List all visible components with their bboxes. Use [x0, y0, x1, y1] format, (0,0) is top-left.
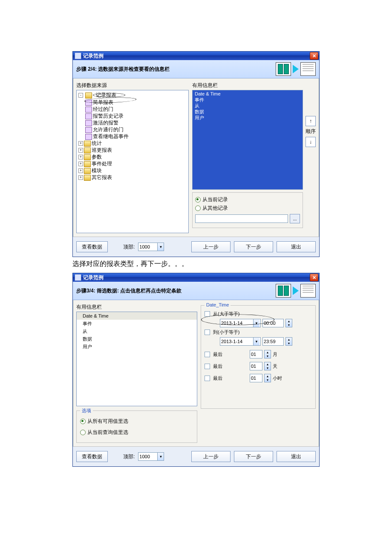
top-count-input[interactable]: ▼ — [138, 243, 164, 251]
chevron-down-icon[interactable]: ▼ — [157, 453, 164, 460]
to-checkbox[interactable] — [205, 330, 210, 335]
to-date-input[interactable]: 2013-1-14▼ — [220, 337, 261, 346]
tree-item[interactable]: 查看继电器事件 — [85, 133, 187, 140]
value-spinner[interactable]: ▲▼ — [264, 374, 271, 382]
last-hour-value[interactable]: 01 — [250, 374, 262, 382]
columns-list[interactable]: Date & Time 事件 从 数据 用户 — [76, 312, 197, 406]
view-data-button[interactable]: 查看数据 — [76, 241, 108, 252]
tree-item[interactable]: 简单报表 — [85, 99, 187, 106]
list-item[interactable]: 事件 — [77, 320, 197, 327]
value-spinner[interactable]: ▲▼ — [264, 362, 271, 370]
tree-toggle-icon[interactable]: + — [78, 148, 83, 153]
radio-current-query[interactable]: 从当前查询值里选 — [80, 428, 193, 436]
value-spinner[interactable]: ▲▼ — [264, 350, 271, 358]
list-item[interactable]: 用户 — [77, 343, 197, 350]
unit-hour: 小时 — [273, 375, 282, 382]
close-icon[interactable]: ✕ — [310, 52, 318, 60]
from-label: 从(大于等于) — [213, 311, 239, 317]
record-source-group: 从当前记录 从其他记录 ... — [192, 192, 303, 228]
tree-item[interactable]: +模块 — [78, 167, 187, 174]
report-icon — [85, 113, 92, 119]
next-button[interactable]: 下一步 — [234, 241, 273, 252]
tree-item[interactable]: 激活的报警 — [85, 119, 187, 126]
tree-item[interactable]: - 记录报表 简单报表 经过的门 报警历史记录 激活的报警 允许通行的门 查看继… — [78, 91, 187, 140]
browse-button[interactable]: ... — [290, 214, 300, 223]
last-month-value[interactable]: 01 — [250, 350, 262, 358]
last-day-value[interactable]: 01 — [250, 362, 262, 370]
tree-toggle-icon[interactable]: + — [78, 168, 83, 173]
folder-icon — [84, 161, 91, 167]
tree-item[interactable]: +其它报表 — [78, 174, 187, 181]
folder-icon — [84, 141, 91, 147]
step-graphic — [276, 284, 316, 298]
report-icon — [85, 100, 92, 106]
columns-list[interactable]: Date & Time 事件 从 数据 用户 — [192, 90, 303, 190]
folder-icon — [84, 154, 91, 160]
chevron-down-icon[interactable]: ▼ — [253, 338, 259, 345]
tree-item[interactable]: 报警历史记录 — [85, 113, 187, 119]
radio-other-record[interactable]: 从其他记录 — [195, 204, 300, 212]
tree-item[interactable]: +参数 — [78, 153, 187, 160]
move-up-button[interactable]: ↑ — [306, 116, 316, 126]
tree-toggle-icon[interactable]: + — [78, 141, 83, 146]
footer-bar: 查看数据 顶部: ▼ 上一步 下一步 退出 — [73, 446, 319, 466]
list-item[interactable]: 从 — [193, 103, 302, 109]
next-button[interactable]: 下一步 — [234, 451, 273, 462]
tree-toggle-icon[interactable]: + — [78, 155, 83, 159]
list-item[interactable]: 从 — [77, 327, 197, 335]
tree-item[interactable]: +事件处理 — [78, 160, 187, 167]
window-title: 记录范例 — [83, 274, 104, 281]
step-label: 步骤 2/4: 选数据来源并检查要看的信息栏 — [76, 66, 170, 73]
close-icon[interactable]: ✕ — [310, 274, 318, 281]
exit-button[interactable]: 退出 — [277, 451, 316, 462]
top-count-input[interactable]: ▼ — [138, 452, 164, 461]
titlebar[interactable]: 记录范例 ✕ — [73, 52, 319, 60]
data-source-tree[interactable]: - 记录报表 简单报表 经过的门 报警历史记录 激活的报警 允许通行的门 查看继… — [76, 90, 189, 233]
prev-button[interactable]: 上一步 — [191, 451, 231, 462]
other-record-input[interactable] — [195, 214, 288, 223]
options-group: 选项 从所有可用值里选 从当前查询值里选 — [76, 410, 197, 443]
tree-item[interactable]: 经过的门 — [85, 106, 187, 113]
titlebar[interactable]: 记录范例 ✕ — [73, 273, 319, 282]
last-hour-checkbox[interactable] — [205, 376, 210, 381]
move-down-button[interactable]: ↓ — [306, 137, 316, 147]
radio-current-record[interactable]: 从当前记录 — [195, 195, 300, 204]
time-spinner[interactable]: ▲▼ — [285, 319, 292, 327]
step-graphic — [276, 62, 316, 76]
list-item[interactable]: 事件 — [193, 97, 302, 103]
step-label: 步骤3/4: 筛选数据: 点击信息栏再点击特定条款 — [76, 287, 182, 295]
last-label: 最后 — [213, 351, 222, 358]
from-checkbox[interactable] — [205, 311, 210, 317]
tree-item[interactable]: 允许通行的门 — [85, 126, 187, 133]
from-time-input[interactable]: 00:00 — [262, 319, 284, 327]
tree-toggle-icon[interactable]: - — [78, 93, 83, 98]
to-time-input[interactable]: 23:59 — [262, 337, 284, 346]
report-icon — [85, 107, 92, 113]
prev-button[interactable]: 上一步 — [191, 241, 231, 252]
list-item[interactable]: 数据 — [77, 335, 197, 343]
filter-legend: Date_Time — [205, 302, 231, 307]
view-data-button[interactable]: 查看数据 — [76, 451, 108, 462]
from-date-input[interactable]: 2013-1-14▼ — [220, 319, 261, 327]
unit-day: 天 — [273, 363, 277, 370]
chevron-down-icon[interactable]: ▼ — [157, 243, 164, 251]
list-item[interactable]: Date & Time — [193, 91, 302, 97]
exit-button[interactable]: 退出 — [277, 241, 316, 252]
folder-icon — [85, 92, 92, 98]
chevron-down-icon[interactable]: ▼ — [253, 319, 259, 327]
list-item[interactable]: 用户 — [193, 115, 302, 121]
tree-toggle-icon[interactable]: + — [78, 162, 83, 166]
tree-item[interactable]: +巡更报表 — [78, 147, 187, 153]
list-item[interactable]: 数据 — [193, 109, 302, 115]
last-day-checkbox[interactable] — [205, 364, 210, 369]
list-item[interactable]: Date & Time — [77, 312, 197, 320]
report-icon — [85, 127, 92, 133]
radio-icon — [195, 197, 201, 202]
radio-all-values[interactable]: 从所有可用值里选 — [80, 417, 193, 425]
tree-toggle-icon[interactable]: + — [78, 175, 83, 180]
tree-item[interactable]: +统计 — [78, 140, 187, 147]
instruction-text: 选择对应的报表类型，再下一步。。。 — [72, 260, 320, 269]
last-month-checkbox[interactable] — [205, 352, 210, 357]
time-spinner[interactable]: ▲▼ — [285, 337, 292, 346]
last-label: 最后 — [213, 375, 222, 382]
